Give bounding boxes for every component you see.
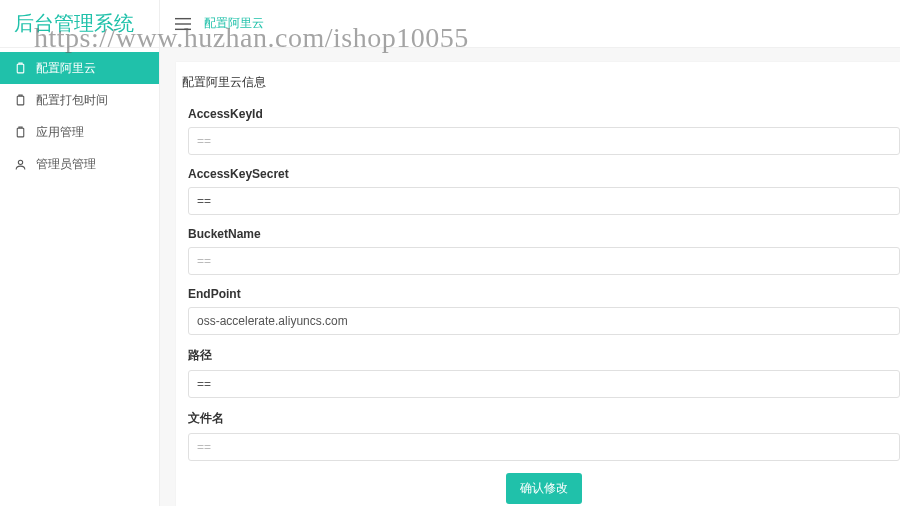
- svg-rect-2: [17, 128, 24, 137]
- clipboard-icon: [14, 126, 32, 139]
- field-path: 路径: [188, 347, 900, 398]
- config-card: 配置阿里云信息 AccessKeyId AccessKeySecret Buck…: [176, 62, 900, 506]
- bucketname-input[interactable]: [188, 247, 900, 275]
- field-label: 文件名: [188, 410, 900, 427]
- submit-button[interactable]: 确认修改: [506, 473, 582, 504]
- field-accesskeyid: AccessKeyId: [188, 107, 900, 155]
- form: AccessKeyId AccessKeySecret BucketName E…: [176, 107, 900, 504]
- endpoint-input[interactable]: [188, 307, 900, 335]
- user-icon: [14, 158, 32, 171]
- topbar: 配置阿里云: [160, 0, 900, 48]
- accesskeyid-input[interactable]: [188, 127, 900, 155]
- menu-toggle-icon[interactable]: [172, 13, 194, 35]
- accesskeysecret-input[interactable]: [188, 187, 900, 215]
- card-title: 配置阿里云信息: [176, 74, 900, 91]
- svg-point-3: [18, 160, 22, 164]
- svg-rect-0: [17, 64, 24, 73]
- sidebar-item-label: 应用管理: [36, 124, 84, 141]
- field-label: 路径: [188, 347, 900, 364]
- filename-input[interactable]: [188, 433, 900, 461]
- svg-rect-1: [17, 96, 24, 105]
- field-endpoint: EndPoint: [188, 287, 900, 335]
- main: 配置阿里云 配置阿里云信息 AccessKeyId AccessKeySecre…: [160, 0, 900, 506]
- sidebar-item-label: 管理员管理: [36, 156, 96, 173]
- sidebar-item-aliyun-config[interactable]: 配置阿里云: [0, 52, 159, 84]
- field-filename: 文件名: [188, 410, 900, 461]
- clipboard-icon: [14, 62, 32, 75]
- field-bucketname: BucketName: [188, 227, 900, 275]
- field-label: BucketName: [188, 227, 900, 241]
- sidebar: 后台管理系统 配置阿里云 配置打包时间 应用管理: [0, 0, 160, 506]
- clipboard-icon: [14, 94, 32, 107]
- sidebar-item-pack-time[interactable]: 配置打包时间: [0, 84, 159, 116]
- field-label: AccessKeyId: [188, 107, 900, 121]
- field-label: EndPoint: [188, 287, 900, 301]
- content: 配置阿里云信息 AccessKeyId AccessKeySecret Buck…: [160, 48, 900, 506]
- app-logo: 后台管理系统: [0, 0, 159, 48]
- field-accesskeysecret: AccessKeySecret: [188, 167, 900, 215]
- breadcrumb: 配置阿里云: [204, 15, 264, 32]
- form-actions: 确认修改: [188, 473, 900, 504]
- sidebar-item-label: 配置阿里云: [36, 60, 96, 77]
- sidebar-item-app-manage[interactable]: 应用管理: [0, 116, 159, 148]
- sidebar-item-label: 配置打包时间: [36, 92, 108, 109]
- sidebar-item-admin-manage[interactable]: 管理员管理: [0, 148, 159, 180]
- path-input[interactable]: [188, 370, 900, 398]
- nav: 配置阿里云 配置打包时间 应用管理 管理员管理: [0, 48, 159, 180]
- field-label: AccessKeySecret: [188, 167, 900, 181]
